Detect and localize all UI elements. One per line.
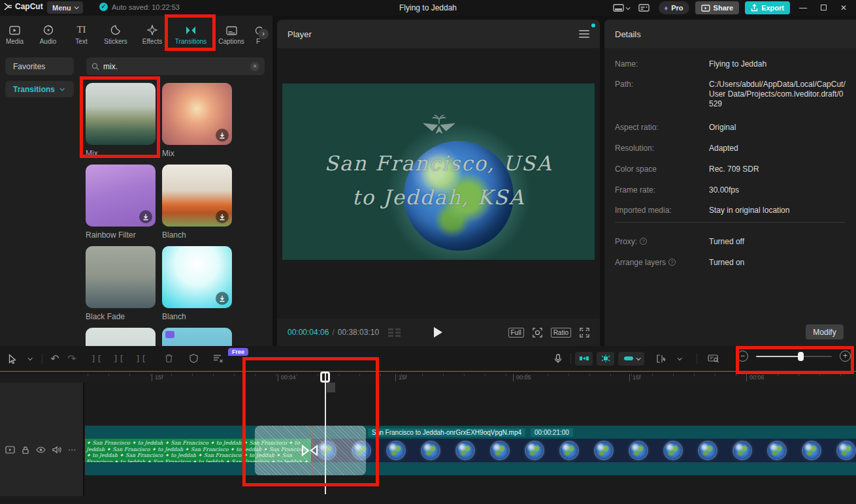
tab-captions[interactable]: Captions [212,16,250,52]
search-input[interactable] [103,62,246,71]
auto-ripple-button[interactable] [597,352,614,366]
fullscreen-icon[interactable] [580,328,589,338]
transition-thumb[interactable] [162,83,232,145]
details-title: Details [615,29,641,39]
layout-adjust-icon[interactable] [636,0,653,16]
timeline-zoom-slider[interactable] [756,352,832,361]
play-button[interactable] [434,327,442,338]
globe-frame-icon [699,442,716,459]
tab-audio[interactable]: Audio [29,16,67,52]
transition-thumb[interactable] [86,246,156,308]
transition-card-partial-2[interactable] [162,328,232,346]
category-dropdown[interactable]: Transitions [5,81,74,97]
export-button[interactable]: Export [745,1,790,14]
transition-overlay[interactable] [255,426,366,475]
playhead[interactable] [325,372,326,494]
mask-shield-icon[interactable] [185,350,202,367]
transition-card-blanch-1[interactable]: Blanch [162,165,232,239]
free-badge: Free [228,348,248,356]
transition-card-partial-1[interactable] [86,328,156,346]
ruler-label: 15f [395,374,407,381]
player-menu-icon[interactable] [579,28,589,40]
modify-button[interactable]: Modify [806,324,844,339]
tab-media[interactable]: Media [0,16,29,52]
transition-card-blanch-2[interactable]: Blanch [162,246,232,321]
linked-select-button[interactable] [618,352,644,366]
transition-thumb[interactable] [86,328,156,346]
divider [42,353,42,364]
transition-thumb[interactable] [86,165,156,227]
detail-row-aspect: Aspect ratio: Original [615,123,847,133]
clip-audio-strip [85,462,856,475]
track-visibility-icon[interactable] [36,447,46,453]
close-button[interactable]: ✕ [836,3,851,12]
split-right-icon[interactable]: ][ [133,350,150,367]
render-preview-icon[interactable] [705,350,722,367]
redo-icon[interactable]: ↷ [63,350,80,367]
detail-row-name: Name: Flying to Jeddah [615,59,847,69]
player-title: Player [288,29,312,39]
track-cover-icon[interactable] [5,446,15,454]
split-mode-chevron[interactable] [670,350,687,367]
transition-thumb[interactable] [162,246,232,308]
ratio-button[interactable]: Ratio [551,328,571,338]
playhead-handle[interactable] [320,371,330,383]
info-icon[interactable]: ? [640,238,647,245]
tab-stickers-label: Stickers [104,38,127,45]
video-preview[interactable]: San Francisco, USA to Jeddah, KSA [282,84,595,260]
video-clip[interactable]: San Francisco to Jeddah-onrGrxEXH9oqVpgN… [85,426,856,475]
frame-grid-icon[interactable] [388,327,401,338]
tab-text[interactable]: TI Text [67,16,96,52]
detail-row-framerate: Frame rate: 30.00fps [615,185,847,195]
search-clear-icon[interactable]: ✕ [250,62,259,71]
transition-thumb[interactable] [162,165,232,227]
tab-stickers[interactable]: Stickers [96,16,135,52]
zoom-slider-knob[interactable] [798,352,804,361]
player-controls: 00:00:04:06 / 00:38:03:10 Full Ratio [277,319,600,346]
transition-name: Mix [86,149,156,157]
transition-bowtie-icon[interactable] [301,445,318,456]
layout-panel-icon[interactable] [613,0,630,16]
transition-thumb[interactable] [162,328,232,346]
undo-icon[interactable]: ↶ [46,350,63,367]
transition-card-mix-2[interactable]: Mix [162,83,232,157]
ruler-label: 00:06 [746,374,765,381]
record-voiceover-icon[interactable] [550,350,567,367]
minimize-button[interactable]: — [796,3,810,12]
magnetic-snap-button[interactable] [575,352,593,366]
favorites-button[interactable]: Favorites [5,57,74,75]
full-button[interactable]: Full [508,328,524,338]
remove-captions-icon[interactable] [210,350,227,367]
maximize-button[interactable] [816,3,831,12]
info-icon[interactable]: ? [668,259,676,266]
track-lock-icon[interactable] [22,446,29,454]
tab-media-label: Media [6,38,24,45]
share-icon [701,5,710,12]
timeline-ruler[interactable]: 15f00:0415f00:0515f00:06 [0,373,856,383]
transition-thumb[interactable] [86,83,156,145]
tab-transitions[interactable]: Transitions [169,16,212,52]
pro-button[interactable]: ♦ Pro [659,1,689,14]
split-icon[interactable]: ][ [110,350,127,367]
download-icon [139,210,152,223]
preview-zoom-icon[interactable] [533,328,542,338]
split-left-icon[interactable]: ][ [88,350,105,367]
search-box[interactable]: ✕ [86,57,265,75]
select-cursor-icon[interactable] [4,350,21,367]
transition-card-black-fade[interactable]: Black Fade [86,246,156,321]
delete-icon[interactable] [160,350,177,367]
track-more-icon[interactable]: ⋯ [68,445,76,454]
details-header: Details [604,20,856,48]
pro-label: Pro [671,4,683,12]
cursor-mode-chevron[interactable] [21,350,38,367]
globe-frame-icon [630,442,647,459]
tabs-expand-button[interactable]: › [258,29,269,39]
transition-card-rainbow-filter[interactable]: Rainbow Filter [86,165,156,239]
transition-card-mix-1[interactable]: Mix [86,83,156,157]
split-cursor-icon[interactable] [653,350,670,367]
zoom-out-icon[interactable]: − [737,351,748,362]
track-mute-icon[interactable] [52,446,61,454]
share-button[interactable]: Share [695,1,740,14]
tab-effects[interactable]: Effects [135,16,169,52]
zoom-in-icon[interactable]: + [840,351,851,362]
